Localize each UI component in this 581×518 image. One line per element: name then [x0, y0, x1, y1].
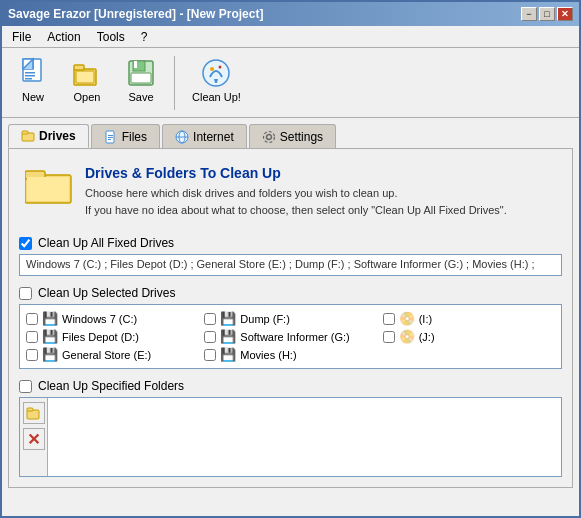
svg-rect-18	[108, 135, 113, 136]
svg-rect-20	[108, 139, 111, 140]
svg-rect-3	[25, 75, 35, 77]
cleanup-selected-label: Clean Up Selected Drives	[38, 286, 175, 300]
drive-icon-h: 💾	[220, 347, 236, 362]
toolbar: New Open Save	[2, 48, 579, 118]
drive-item-e: 💾 General Store (E:)	[26, 347, 198, 362]
title-bar: Savage Erazor [Unregistered] - [New Proj…	[2, 2, 579, 26]
save-label: Save	[128, 91, 153, 103]
new-label: New	[22, 91, 44, 103]
open-label: Open	[74, 91, 101, 103]
svg-rect-11	[131, 73, 151, 83]
cleanup-folders-checkbox[interactable]	[19, 380, 32, 393]
drive-item-g: 💾 Software Informer (G:)	[204, 329, 376, 344]
cleanup-icon	[200, 57, 232, 89]
menu-help[interactable]: ?	[135, 28, 154, 46]
open-button[interactable]: Open	[62, 52, 112, 108]
svg-rect-28	[27, 177, 69, 201]
drive-icon-f: 💾	[220, 311, 236, 326]
folders-toolbar: ✕	[20, 398, 48, 476]
drive-item-d: 💾 Files Depot (D:)	[26, 329, 198, 344]
drives-header: Drives & Folders To Clean Up Choose here…	[19, 159, 562, 224]
drives-grid: 💾 Windows 7 (C:) 💾 Dump (F:) 📀 (I:)	[19, 304, 562, 369]
save-icon	[125, 57, 157, 89]
drive-icon-c: 💾	[42, 311, 58, 326]
menu-file[interactable]: File	[6, 28, 37, 46]
cleanup-all-checkbox-label[interactable]: Clean Up All Fixed Drives	[19, 236, 562, 250]
svg-rect-16	[22, 131, 28, 134]
cleanup-label: Clean Up!	[192, 91, 241, 103]
main-content: Drives Files Internet	[2, 118, 579, 516]
add-folder-button[interactable]	[23, 402, 45, 424]
open-icon	[71, 57, 103, 89]
title-buttons: − □ ✕	[521, 7, 573, 21]
drives-header-text: Drives & Folders To Clean Up Choose here…	[85, 165, 507, 218]
minimize-button[interactable]: −	[521, 7, 537, 21]
cleanup-folders-label: Clean Up Specified Folders	[38, 379, 184, 393]
drives-desc1: Choose here which disk drives and folder…	[85, 185, 507, 202]
new-icon	[17, 57, 49, 89]
svg-rect-7	[76, 71, 94, 83]
main-window: Savage Erazor [Unregistered] - [New Proj…	[0, 0, 581, 518]
drive-checkbox-c[interactable]	[26, 313, 38, 325]
cleanup-selected-checkbox[interactable]	[19, 287, 32, 300]
drive-label-f: Dump (F:)	[240, 313, 290, 325]
drive-checkbox-d[interactable]	[26, 331, 38, 343]
cleanup-selected-checkbox-label[interactable]: Clean Up Selected Drives	[19, 286, 562, 300]
drive-label-c: Windows 7 (C:)	[62, 313, 137, 325]
drive-icon-e: 💾	[42, 347, 58, 362]
menu-action[interactable]: Action	[41, 28, 86, 46]
svg-rect-6	[74, 65, 84, 70]
svg-point-13	[210, 67, 214, 71]
drive-checkbox-f[interactable]	[204, 313, 216, 325]
maximize-button[interactable]: □	[539, 7, 555, 21]
close-button[interactable]: ✕	[557, 7, 573, 21]
drive-label-j: (J:)	[419, 331, 435, 343]
drive-checkbox-h[interactable]	[204, 349, 216, 361]
menu-bar: File Action Tools ?	[2, 26, 579, 48]
drive-checkbox-j[interactable]	[383, 331, 395, 343]
cleanup-all-checkbox[interactable]	[19, 237, 32, 250]
svg-rect-19	[108, 137, 113, 138]
drive-label-g: Software Informer (G:)	[240, 331, 349, 343]
cleanup-folders-section: Clean Up Specified Folders ✕	[19, 379, 562, 477]
drive-checkbox-i[interactable]	[383, 313, 395, 325]
tab-settings[interactable]: Settings	[249, 124, 336, 148]
drive-item-h: 💾 Movies (H:)	[204, 347, 376, 362]
drive-icon-d: 💾	[42, 329, 58, 344]
drive-icon-g: 💾	[220, 329, 236, 344]
drive-item-j: 📀 (J:)	[383, 329, 555, 344]
cleanup-folders-checkbox-label[interactable]: Clean Up Specified Folders	[19, 379, 562, 393]
window-title: Savage Erazor [Unregistered] - [New Proj…	[8, 7, 263, 21]
save-button[interactable]: Save	[116, 52, 166, 108]
new-button[interactable]: New	[8, 52, 58, 108]
svg-point-24	[266, 134, 271, 139]
drive-checkbox-g[interactable]	[204, 331, 216, 343]
toolbar-separator	[174, 56, 175, 110]
tab-files[interactable]: Files	[91, 124, 160, 148]
cleanup-button[interactable]: Clean Up!	[183, 52, 250, 108]
drive-label-h: Movies (H:)	[240, 349, 296, 361]
drive-item-f: 💾 Dump (F:)	[204, 311, 376, 326]
drive-label-d: Files Depot (D:)	[62, 331, 139, 343]
cleanup-selected-section: Clean Up Selected Drives 💾 Windows 7 (C:…	[19, 286, 562, 369]
cleanup-all-label: Clean Up All Fixed Drives	[38, 236, 174, 250]
svg-rect-4	[25, 78, 32, 80]
drive-label-i: (I:)	[419, 313, 432, 325]
folders-list	[48, 398, 561, 476]
drives-list-display: Windows 7 (C:) ; Files Depot (D:) ; Gene…	[19, 254, 562, 276]
drive-item-c: 💾 Windows 7 (C:)	[26, 311, 198, 326]
drive-checkbox-e[interactable]	[26, 349, 38, 361]
folders-area: ✕	[19, 397, 562, 477]
folder-icon	[25, 165, 73, 205]
tab-drives[interactable]: Drives	[8, 124, 89, 148]
svg-point-14	[219, 66, 222, 69]
drive-icon-j: 📀	[399, 329, 415, 344]
cleanup-all-section: Clean Up All Fixed Drives Windows 7 (C:)…	[19, 236, 562, 276]
svg-rect-10	[134, 61, 137, 68]
svg-point-25	[263, 131, 274, 142]
menu-tools[interactable]: Tools	[91, 28, 131, 46]
drives-title: Drives & Folders To Clean Up	[85, 165, 507, 181]
remove-folder-button[interactable]: ✕	[23, 428, 45, 450]
tab-internet[interactable]: Internet	[162, 124, 247, 148]
tab-bar: Drives Files Internet	[8, 124, 573, 148]
